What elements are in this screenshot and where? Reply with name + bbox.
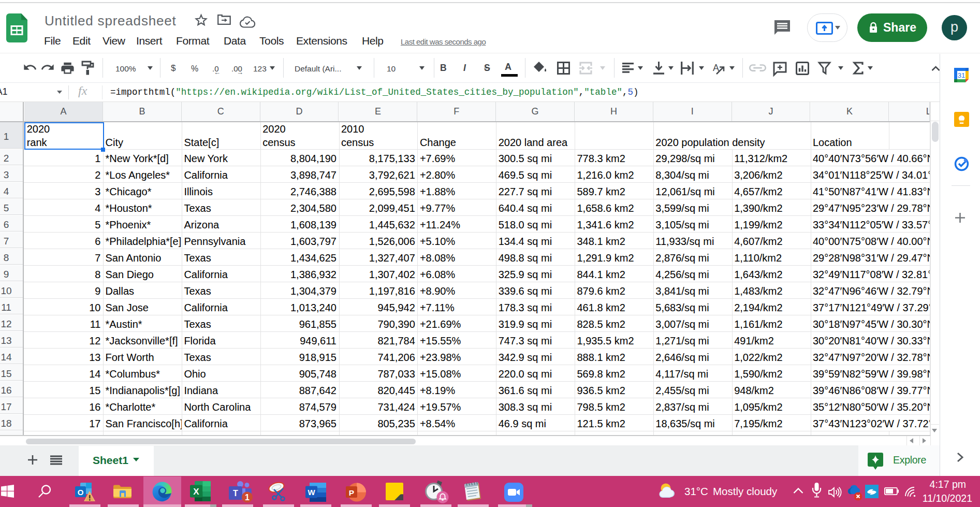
svg-text:P: P	[349, 488, 354, 497]
svg-text:1: 1	[245, 493, 250, 502]
svg-text:T: T	[233, 489, 238, 498]
svg-text:X: X	[193, 487, 199, 497]
svg-text:31: 31	[958, 71, 965, 79]
svg-text:W: W	[308, 488, 315, 497]
svg-text:O: O	[78, 488, 84, 497]
